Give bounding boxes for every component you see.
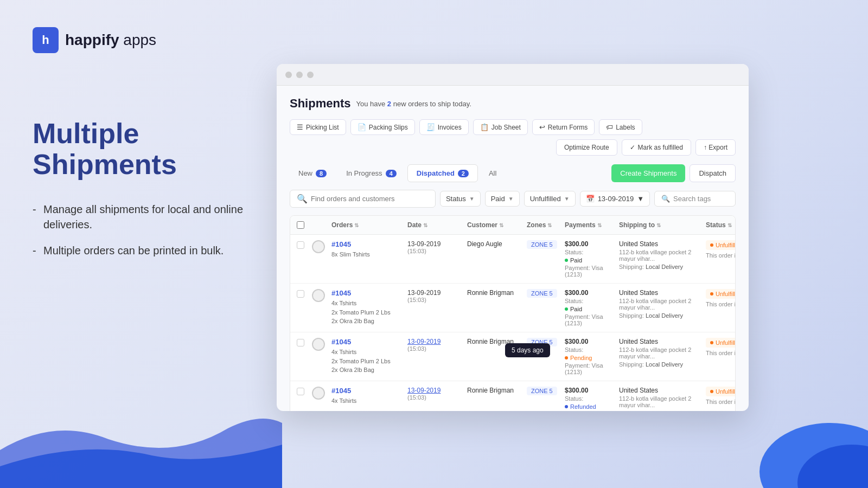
table-row: #1045 8x Slim Tshirts 13-09-2019 (15:03)…: [290, 235, 735, 284]
status-filter-arrow: ▼: [469, 196, 475, 202]
row2-time: (15:03): [407, 297, 467, 303]
header-payments[interactable]: Payments ⇅: [565, 221, 619, 229]
picking-list-button[interactable]: ☰ Picking List: [290, 119, 346, 135]
row3-status-dot[interactable]: [312, 338, 331, 351]
row2-unfulfilled-badge: Unfulfilled: [706, 289, 736, 299]
row2-date: 13-09-2019: [407, 289, 467, 297]
row1-status-dot[interactable]: [312, 240, 331, 253]
row1-unfulfilled-badge: Unfulfilled: [706, 240, 736, 250]
search-input[interactable]: [311, 195, 429, 203]
row2-order-link[interactable]: #1045: [331, 289, 407, 297]
minimize-dot[interactable]: [296, 72, 303, 78]
row2-customer: Ronnie Brigman: [467, 289, 527, 297]
export-button[interactable]: ↑ Export: [695, 139, 736, 156]
tab-dispatched[interactable]: Dispatched 2: [407, 164, 478, 182]
header-date[interactable]: Date ⇅: [407, 221, 467, 229]
tab-new[interactable]: New 8: [290, 165, 335, 182]
fulfillment-filter[interactable]: Unfulfilled ▼: [524, 191, 576, 207]
row3-order-link[interactable]: #1045: [331, 338, 407, 346]
row2-shipping-country: United States: [619, 289, 706, 297]
row4-checkbox-cell[interactable]: [297, 387, 312, 395]
row4-zone: ZONE 5: [527, 387, 565, 395]
row3-payment-cell: $300.00 Status: Pending Payment: Visa (1…: [565, 338, 619, 375]
close-dot[interactable]: [285, 72, 292, 78]
search-tags-label: Search tags: [673, 195, 711, 203]
row2-shipping-addr: 112-b kotla village pocket 2 mayur vihar…: [619, 298, 706, 311]
maximize-dot[interactable]: [307, 72, 314, 78]
header-zones[interactable]: Zones ⇅: [527, 221, 565, 229]
row3-payment-method: Payment: Visa (1213): [565, 362, 619, 375]
row1-payment-cell: $300.00 Status: Paid Payment: Visa (1213…: [565, 240, 619, 278]
row4-shipping-type-cell: Shipping:: [619, 410, 706, 411]
picking-list-icon: ☰: [297, 123, 303, 131]
create-shipments-button[interactable]: Create Shipments: [611, 164, 685, 182]
return-forms-button[interactable]: ↩ Return Forms: [532, 119, 595, 135]
search-box[interactable]: 🔍: [290, 190, 436, 208]
bullet-2: Multiple orders can be printed in bulk.: [33, 243, 250, 258]
row2-status-dot[interactable]: [312, 289, 331, 302]
row2-checkbox-cell[interactable]: [297, 289, 312, 298]
row2-paid-dot: [565, 307, 568, 311]
labels-button[interactable]: 🏷 Labels: [599, 119, 642, 135]
row1-amount: $300.00: [565, 240, 619, 248]
return-forms-icon: ↩: [539, 123, 545, 131]
row3-checkbox-cell[interactable]: [297, 338, 312, 346]
toolbar-right: Optimize Route ✓ Mark as fulfilled ↑ Exp…: [556, 139, 736, 156]
row4-payment-badge: Refunded: [565, 403, 596, 410]
row1-date: 13-09-2019: [407, 240, 467, 248]
tags-search-icon: 🔍: [661, 195, 670, 203]
search-tags-box[interactable]: 🔍 Search tags: [654, 191, 736, 207]
row4-date: 13-09-2019: [407, 387, 467, 394]
row2-checkbox[interactable]: [297, 290, 304, 298]
row1-shipping-type-cell: Shipping: Local Delivery: [619, 264, 706, 270]
row4-time: (15:03): [407, 394, 467, 401]
row2-paid-label: Paid: [570, 306, 582, 312]
bullet-1: Manage all shipments for local and onlin…: [33, 202, 250, 232]
row1-checkbox-cell[interactable]: [297, 240, 312, 249]
row3-status-cell: Unfulfilled This order is unshipped: [706, 338, 736, 356]
mark-fulfilled-button[interactable]: ✓ Mark as fulfilled: [622, 139, 691, 156]
header-checkbox[interactable]: [297, 221, 312, 229]
zones-sort-icon: ⇅: [547, 222, 552, 228]
paid-filter-label: Paid: [491, 195, 505, 203]
row3-checkbox[interactable]: [297, 339, 304, 346]
packing-slips-button[interactable]: 📄 Packing Slips: [350, 119, 415, 135]
filters-row: 🔍 Status ▼ Paid ▼ Unfulfilled ▼ 📅 13-09-…: [290, 190, 736, 208]
row3-unfulfilled-badge: Unfulfilled: [706, 338, 736, 348]
row4-checkbox[interactable]: [297, 388, 304, 395]
row1-order-link[interactable]: #1045: [331, 240, 407, 248]
row4-shipping-country: United States: [619, 387, 706, 394]
row2-shipping-type-cell: Shipping: Local Delivery: [619, 312, 706, 319]
title-bar: [277, 64, 749, 86]
header-customer[interactable]: Customer ⇅: [467, 221, 527, 229]
dispatch-button[interactable]: Dispatch: [690, 164, 736, 182]
invoices-button[interactable]: 🧾 Invoices: [419, 119, 469, 135]
header-status[interactable]: Status ⇅: [706, 221, 736, 229]
date-filter[interactable]: 📅 13-09-2019 ▼: [580, 191, 650, 207]
row2-zone: ZONE 5: [527, 289, 565, 298]
row3-shipping-type-cell: Shipping: Local Delivery: [619, 361, 706, 368]
job-sheet-button[interactable]: 📋 Job Sheet: [473, 119, 528, 135]
tab-dispatched-label: Dispatched: [417, 169, 455, 177]
row1-checkbox[interactable]: [297, 241, 304, 249]
row4-date-cell: 13-09-2019 (15:03): [407, 387, 467, 401]
status-filter[interactable]: Status ▼: [440, 191, 481, 207]
bottom-decoration: [0, 407, 282, 488]
row4-status-dot[interactable]: [312, 387, 331, 400]
paid-filter[interactable]: Paid ▼: [485, 191, 520, 207]
table-row-1: #1045 8x Slim Tshirts 13-09-2019 (15:03)…: [290, 235, 735, 283]
optimize-route-button[interactable]: Optimize Route: [556, 139, 617, 156]
header-stops: [312, 221, 331, 229]
header-orders[interactable]: Orders ⇅: [331, 221, 407, 229]
packing-slips-icon: 📄: [358, 123, 366, 131]
row4-order-cell: #1045 4x Tshirts: [331, 387, 407, 406]
date-sort-icon: ⇅: [423, 222, 427, 228]
header-shipping[interactable]: Shipping to ⇅: [619, 221, 706, 229]
row1-payment-badge: Paid: [565, 257, 582, 264]
tab-in-progress-label: In Progress: [346, 169, 382, 177]
row4-order-link[interactable]: #1045: [331, 387, 407, 395]
row4-status-cell: Unfulfilled This order is unshipped: [706, 387, 736, 405]
row2-zone-badge: ZONE 5: [527, 289, 557, 298]
tab-all[interactable]: All: [480, 165, 505, 182]
tab-in-progress[interactable]: In Progress 4: [337, 165, 405, 182]
